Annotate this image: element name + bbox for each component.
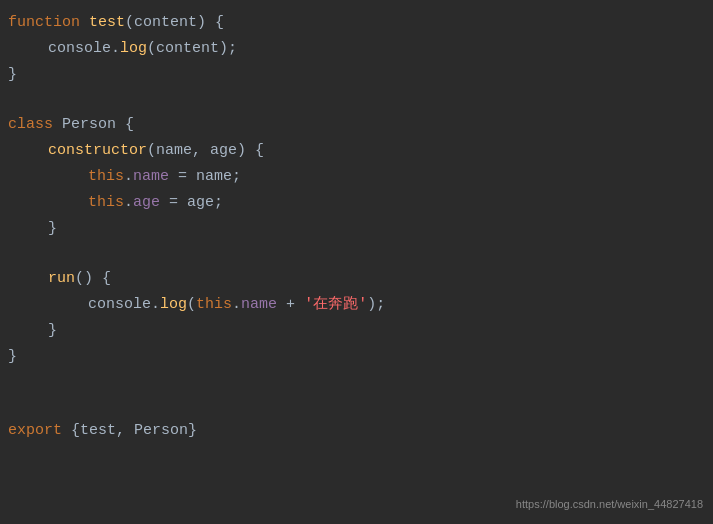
code-line-3: }	[0, 62, 713, 88]
code-line-1: function test(content) {	[0, 10, 713, 36]
blank-line-2	[0, 242, 713, 266]
code-line-12: }	[0, 344, 713, 370]
code-editor: function test(content) { console.log(con…	[0, 0, 713, 524]
code-line-9: run() {	[0, 266, 713, 292]
keyword-function: function	[8, 11, 80, 35]
code-line-2: console.log(content);	[0, 36, 713, 62]
code-line-10: console.log(this.name + '在奔跑');	[0, 292, 713, 318]
watermark: https://blog.csdn.net/weixin_44827418	[516, 496, 703, 514]
code-line-4: class Person {	[0, 112, 713, 138]
code-line-5: constructor(name, age) {	[0, 138, 713, 164]
code-line-8: }	[0, 216, 713, 242]
blank-line-4	[0, 394, 713, 418]
code-line-13: export {test, Person}	[0, 418, 713, 444]
blank-line-1	[0, 88, 713, 112]
code-line-11: }	[0, 318, 713, 344]
fn-test: test	[89, 11, 125, 35]
code-line-6: this.name = name;	[0, 164, 713, 190]
blank-line-3	[0, 370, 713, 394]
code-line-7: this.age = age;	[0, 190, 713, 216]
